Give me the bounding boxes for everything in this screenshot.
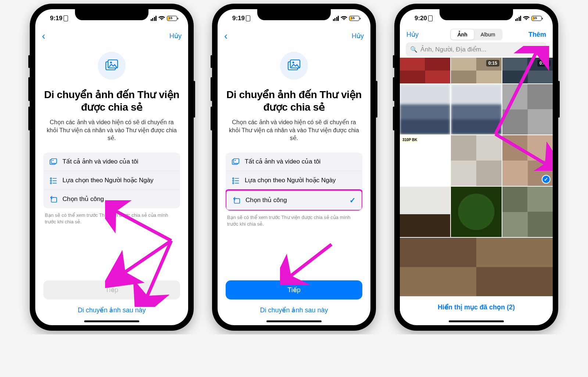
photo-thumbnail[interactable]: [502, 187, 553, 237]
signal-icon: [333, 16, 339, 21]
svg-point-5: [53, 160, 54, 161]
mute-switch: [393, 55, 395, 68]
volume-up: [393, 77, 395, 101]
svg-point-2: [110, 62, 112, 64]
options-list: Tất cả ảnh và video của tôi Lựa chọn the…: [43, 152, 180, 208]
cancel-button[interactable]: Hủy: [406, 30, 419, 39]
hint-text: Bạn sẽ có thể xem trước Thư viện được ch…: [227, 214, 361, 227]
notch: [257, 9, 331, 20]
photo-thumbnail[interactable]: [400, 58, 450, 83]
photo-thumbnail[interactable]: [400, 238, 553, 297]
svg-point-22: [233, 178, 234, 179]
power-button: [193, 81, 195, 118]
duration-badge: 0:15: [486, 60, 499, 67]
photo-thumbnail[interactable]: [451, 84, 501, 134]
option-people-date[interactable]: Lựa chọn theo Người hoặc Ngày: [226, 171, 362, 190]
photo-thumbnail[interactable]: ✓: [502, 135, 553, 186]
mute-switch: [211, 55, 212, 68]
svg-line-14: [125, 241, 171, 272]
status-time: 9:20: [415, 15, 427, 22]
search-icon: 🔍: [410, 46, 417, 53]
home-indicator[interactable]: [266, 320, 322, 322]
photos-icon: [232, 158, 240, 166]
option-all-photos[interactable]: Tất cả ảnh và video của tôi: [226, 152, 362, 171]
sim-icon: [428, 15, 433, 21]
move-later-link[interactable]: Di chuyển ảnh sau này: [226, 306, 362, 314]
svg-rect-4: [51, 159, 57, 164]
photo-thumbnail[interactable]: [502, 84, 553, 134]
search-placeholder: Ảnh, Người, Địa điểm...: [420, 46, 486, 53]
back-button[interactable]: ‹: [224, 30, 227, 42]
next-button[interactable]: Tiếp: [226, 280, 362, 299]
photo-thumbnail[interactable]: [451, 187, 501, 237]
page-title: Di chuyển ảnh đến Thư viện được chia sẻ: [226, 89, 362, 113]
home-indicator[interactable]: [84, 320, 139, 322]
cancel-button[interactable]: Hủy: [169, 32, 182, 40]
power-button: [376, 81, 377, 118]
photo-thumbnail[interactable]: [400, 84, 450, 134]
selected-footer[interactable]: Hiển thị mục đã chọn (2): [400, 296, 553, 314]
photo-thumbnail[interactable]: 310P BK: [400, 135, 450, 186]
photo-thumbnail[interactable]: [400, 187, 450, 237]
phone-mockup-1: 9:19 15 ‹ Hủy Di chuyển ảnh đến Thư viện…: [30, 4, 194, 331]
move-later-link[interactable]: Di chuyển ảnh sau này: [43, 306, 180, 314]
option-all-photos[interactable]: Tất cả ảnh và video của tôi: [43, 152, 180, 171]
signal-icon: [151, 16, 157, 21]
option-manual[interactable]: Chọn thủ công ✓: [226, 189, 362, 211]
phone-mockup-2: 9:19 15 ‹ Hủy Di chuyển ảnh đến Thư viện…: [212, 4, 376, 331]
option-people-date[interactable]: Lựa chọn theo Người hoặc Ngày: [43, 171, 180, 190]
svg-point-8: [50, 182, 52, 184]
svg-point-23: [233, 180, 234, 182]
svg-rect-28: [234, 198, 240, 203]
option-label: Chọn thủ công: [62, 195, 174, 203]
svg-point-18: [293, 62, 294, 64]
phone-mockup-3: 9:20 15 Hủy Ảnh Album Thêm 🔍: [394, 4, 558, 331]
nav-bar: ‹ Hủy: [218, 28, 370, 44]
footer-label: Hiển thị mục đã chọn (2): [438, 304, 515, 311]
svg-point-21: [235, 160, 236, 161]
share-icon: [232, 196, 240, 204]
back-button[interactable]: ‹: [42, 30, 45, 42]
photo-thumbnail[interactable]: [451, 135, 501, 186]
home-indicator[interactable]: [449, 320, 504, 322]
sim-icon: [64, 15, 68, 21]
svg-line-29: [291, 244, 331, 276]
wifi-icon: [523, 16, 530, 21]
notch: [440, 9, 513, 20]
segment-albums[interactable]: Album: [474, 29, 502, 40]
cancel-button[interactable]: Hủy: [352, 32, 364, 40]
svg-rect-12: [51, 197, 57, 202]
battery-icon: 15: [167, 16, 177, 21]
option-label: Chọn thủ công: [245, 196, 344, 204]
picker-nav-bar: Hủy Ảnh Album Thêm: [400, 28, 553, 41]
option-label: Tất cả ảnh và video của tôi: [245, 158, 356, 165]
segment-photos[interactable]: Ảnh: [451, 29, 474, 40]
svg-point-7: [50, 180, 52, 182]
photo-thumbnail[interactable]: 0:48: [502, 58, 553, 83]
svg-rect-20: [234, 159, 239, 164]
options-list: Tất cả ảnh và video của tôi Lựa chọn the…: [226, 152, 362, 211]
power-button: [558, 81, 560, 118]
option-label: Lựa chọn theo Người hoặc Ngày: [62, 176, 174, 184]
volume-down: [28, 107, 30, 130]
photos-hero-icon: [98, 52, 126, 80]
volume-up: [211, 77, 212, 101]
wifi-icon: [341, 16, 347, 21]
next-button[interactable]: Tiếp: [43, 280, 180, 299]
photo-thumbnail[interactable]: 0:15: [451, 58, 501, 83]
add-button[interactable]: Thêm: [528, 31, 546, 39]
option-label: Lựa chọn theo Người hoặc Ngày: [245, 176, 356, 184]
wifi-icon: [158, 16, 165, 21]
hint-text: Bạn sẽ có thể xem trước Thư viện được ch…: [45, 212, 179, 225]
annotation-arrow: [280, 237, 339, 285]
segment-control[interactable]: Ảnh Album: [450, 29, 503, 40]
nav-bar: ‹ Hủy: [35, 28, 188, 44]
volume-up: [28, 77, 30, 101]
search-field[interactable]: 🔍 Ảnh, Người, Địa điểm...: [406, 42, 547, 57]
option-manual[interactable]: Chọn thủ công: [43, 190, 180, 208]
battery-icon: 15: [349, 16, 359, 21]
page-title: Di chuyển ảnh đến Thư viện được chia sẻ: [43, 89, 180, 113]
photos-icon: [49, 158, 57, 166]
page-subtitle: Chọn các ảnh và video hiện có sẽ di chuy…: [43, 118, 180, 142]
photos-hero-icon: [280, 52, 308, 80]
